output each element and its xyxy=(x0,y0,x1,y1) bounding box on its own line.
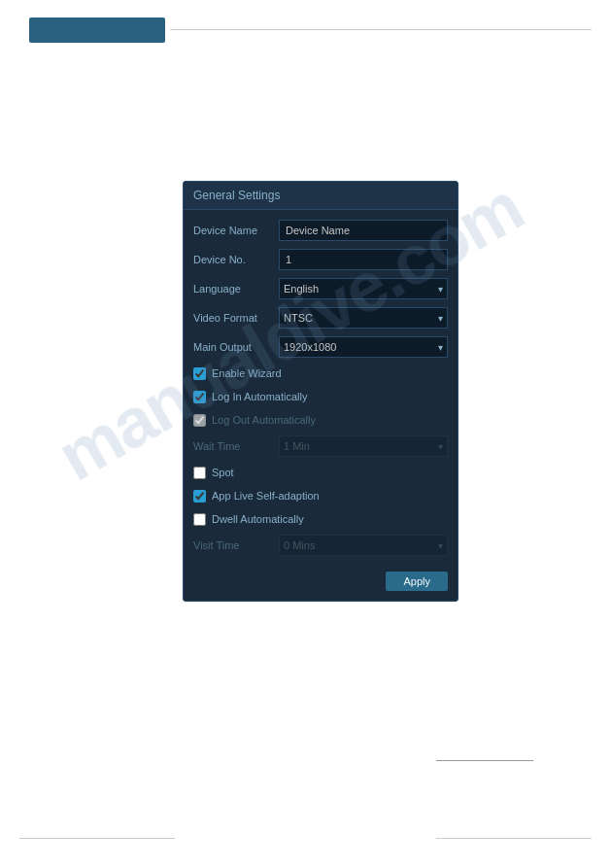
visit-time-label: Visit Time xyxy=(193,539,279,551)
logout-auto-checkbox[interactable] xyxy=(193,414,206,427)
spot-label: Spot xyxy=(212,467,234,478)
login-auto-checkbox[interactable] xyxy=(193,391,206,403)
wait-time-select[interactable]: 1 Min 2 Min 5 Min 10 Min xyxy=(279,435,448,457)
footer-line-left xyxy=(19,838,175,839)
video-format-label: Video Format xyxy=(193,312,279,324)
dwell-auto-label: Dwell Automatically xyxy=(212,513,304,525)
device-no-row: Device No. xyxy=(184,245,458,274)
app-live-label: App Live Self-adaption xyxy=(212,490,320,502)
video-format-row: Video Format NTSC PAL xyxy=(184,303,458,332)
login-auto-label: Log In Automatically xyxy=(212,391,307,402)
device-no-label: Device No. xyxy=(193,254,279,265)
spot-checkbox[interactable] xyxy=(193,467,206,479)
main-output-select-wrap: 1920x1080 1280x720 1024x768 xyxy=(279,336,448,358)
bottom-line xyxy=(436,760,533,761)
language-select[interactable]: English Chinese French Spanish xyxy=(279,278,448,299)
visit-time-select[interactable]: 0 Mins 5 Mins 10 Mins 30 Mins xyxy=(279,535,448,556)
language-select-wrap: English Chinese French Spanish xyxy=(279,278,448,299)
dialog-footer: Apply xyxy=(184,566,458,601)
dwell-auto-checkbox[interactable] xyxy=(193,513,206,526)
top-bar xyxy=(29,17,165,43)
general-settings-dialog: General Settings Device Name Device No. … xyxy=(183,181,458,602)
app-live-checkbox[interactable] xyxy=(193,490,206,503)
wait-time-label: Wait Time xyxy=(193,440,279,452)
footer-line-right xyxy=(436,838,592,839)
enable-wizard-label: Enable Wizard xyxy=(212,367,282,379)
logout-auto-row: Log Out Automatically xyxy=(184,408,458,432)
logout-auto-label: Log Out Automatically xyxy=(212,414,316,426)
video-format-select-wrap: NTSC PAL xyxy=(279,307,448,329)
device-name-input[interactable] xyxy=(279,220,448,241)
language-label: Language xyxy=(193,283,279,295)
dialog-body: Device Name Device No. Language English … xyxy=(184,210,458,566)
spot-row: Spot xyxy=(184,461,458,484)
top-line xyxy=(170,29,592,30)
enable-wizard-checkbox[interactable] xyxy=(193,367,206,380)
login-auto-row: Log In Automatically xyxy=(184,385,458,408)
device-no-input[interactable] xyxy=(279,249,448,270)
visit-time-select-wrap: 0 Mins 5 Mins 10 Mins 30 Mins xyxy=(279,535,448,556)
video-format-select[interactable]: NTSC PAL xyxy=(279,307,448,329)
main-output-row: Main Output 1920x1080 1280x720 1024x768 xyxy=(184,332,458,362)
app-live-row: App Live Self-adaption xyxy=(184,484,458,507)
device-name-label: Device Name xyxy=(193,225,279,236)
wait-time-select-wrap: 1 Min 2 Min 5 Min 10 Min xyxy=(279,435,448,457)
visit-time-row: Visit Time 0 Mins 5 Mins 10 Mins 30 Mins xyxy=(184,531,458,560)
dwell-auto-row: Dwell Automatically xyxy=(184,507,458,531)
wait-time-row: Wait Time 1 Min 2 Min 5 Min 10 Min xyxy=(184,432,458,461)
main-output-select[interactable]: 1920x1080 1280x720 1024x768 xyxy=(279,336,448,358)
main-output-label: Main Output xyxy=(193,341,279,353)
enable-wizard-row: Enable Wizard xyxy=(184,362,458,385)
language-row: Language English Chinese French Spanish xyxy=(184,274,458,303)
apply-button[interactable]: Apply xyxy=(386,572,448,591)
dialog-title: General Settings xyxy=(184,182,458,210)
device-name-row: Device Name xyxy=(184,216,458,245)
